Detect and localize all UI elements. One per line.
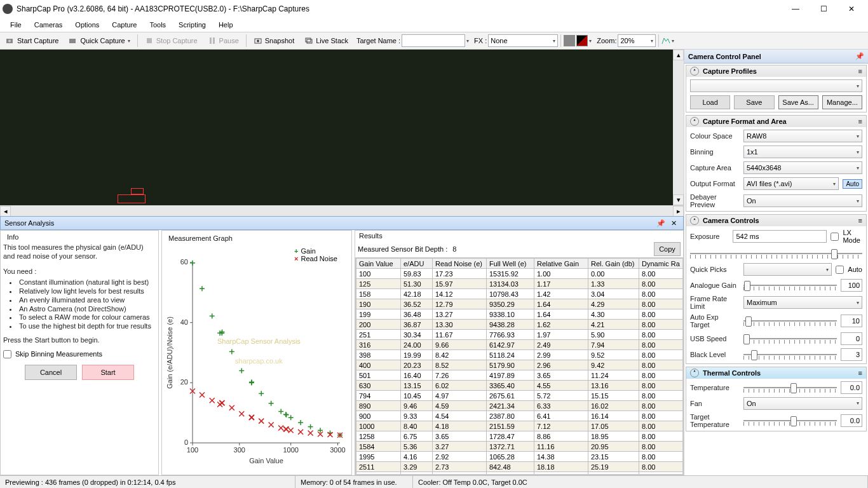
menu-options[interactable]: Options [69, 20, 105, 30]
column-header[interactable]: e/ADU [401, 259, 433, 269]
menu-tools[interactable]: Tools [143, 20, 172, 30]
exposure-slider[interactable] [690, 247, 862, 260]
preview-area[interactable]: ▴ ▾ [0, 50, 684, 205]
column-header[interactable]: Read Noise (e) [433, 259, 487, 269]
scroll-left-icon[interactable]: ◂ [0, 206, 11, 217]
table-row[interactable]: 19036.5212.799350.291.644.298.00 [356, 299, 684, 309]
results-table[interactable]: Gain Valuee/ADURead Noise (e)Full Well (… [356, 258, 683, 475]
table-row[interactable]: 31622.602.57665.8823.0027.238.00 [356, 472, 684, 475]
section-header[interactable]: ˄ Thermal Controls ≡ [686, 367, 866, 379]
table-row[interactable]: 25130.3411.677766.931.975.908.00 [356, 330, 684, 340]
capture-area-select[interactable]: 5440x3648▾ [743, 161, 862, 174]
column-header[interactable]: Rel. Gain (db) [588, 259, 639, 269]
checkbox[interactable] [831, 233, 839, 241]
quick-picks-select[interactable]: ▾ [743, 263, 832, 276]
table-row[interactable]: 63013.156.023365.404.5513.168.00 [356, 381, 684, 391]
menu-help[interactable]: Help [212, 20, 240, 30]
scroll-track[interactable] [11, 206, 673, 217]
menu-cameras[interactable]: Cameras [28, 20, 69, 30]
pause-button[interactable]: Pause [203, 34, 243, 47]
live-stack-button[interactable]: Live Stack [300, 34, 353, 47]
menu-scripting[interactable]: Scripting [172, 20, 212, 30]
chevron-down-icon[interactable]: ▾ [589, 38, 592, 44]
table-row[interactable]: 31624.009.666142.972.497.948.00 [356, 340, 684, 350]
reticle-red-button[interactable] [576, 35, 588, 46]
auto-exp-slider[interactable] [743, 315, 837, 327]
table-row[interactable]: 40020.238.525179.902.969.428.00 [356, 360, 684, 370]
table-row[interactable]: 19936.4813.279338.101.644.308.00 [356, 309, 684, 320]
section-header[interactable]: ˄ Capture Format and Area ≡ [686, 116, 866, 127]
close-icon[interactable]: ✕ [668, 218, 679, 228]
chevron-down-icon[interactable]: ▾ [672, 38, 674, 44]
save-button[interactable]: Save [734, 95, 774, 109]
checkbox[interactable] [836, 266, 844, 274]
table-row[interactable]: 39819.998.425118.242.999.528.00 [356, 350, 684, 360]
table-row[interactable]: 19954.162.921065.2814.3823.158.00 [356, 452, 684, 462]
table-row[interactable]: 8909.464.592421.346.3316.028.00 [356, 401, 684, 411]
column-header[interactable]: Full Well (e) [487, 259, 534, 269]
fx-select[interactable]: None▾ [488, 34, 558, 47]
target-temp-slider[interactable] [743, 414, 837, 427]
hamburger-icon[interactable]: ≡ [858, 67, 862, 75]
quick-capture-button[interactable]: Quick Capture▾ [64, 34, 134, 47]
auto-badge[interactable]: Auto [843, 179, 862, 189]
start-button[interactable]: Start [82, 365, 134, 380]
close-button[interactable]: ✕ [837, 0, 865, 18]
hamburger-icon[interactable]: ≡ [858, 118, 862, 125]
fan-select[interactable]: On▾ [743, 397, 862, 410]
target-temp-value[interactable]: 0.0 [841, 414, 862, 427]
manage-button[interactable]: Manage... [822, 95, 862, 109]
temperature-value[interactable]: 0.0 [841, 381, 862, 394]
scroll-track[interactable] [673, 60, 684, 194]
auto-exp-value[interactable]: 10 [841, 315, 862, 327]
black-level-slider[interactable] [743, 348, 837, 361]
table-row[interactable]: 10008.404.182151.597.1217.058.00 [356, 421, 684, 431]
auto-checkbox[interactable]: Auto [836, 266, 862, 274]
menu-file[interactable]: File [4, 20, 28, 30]
chevron-down-icon[interactable]: ▾ [466, 38, 469, 44]
collapse-icon[interactable]: ˄ [690, 216, 699, 225]
lx-mode-checkbox[interactable]: LX Mode [831, 229, 862, 244]
cancel-button[interactable]: Cancel [25, 365, 77, 380]
copy-button[interactable]: Copy [654, 242, 681, 256]
table-row[interactable]: 9009.334.542387.806.4116.148.00 [356, 411, 684, 421]
preview-vscrollbar[interactable]: ▴ ▾ [673, 50, 684, 205]
scroll-down-icon[interactable]: ▾ [673, 194, 684, 205]
section-header[interactable]: ˄ Camera Controls ≡ [686, 215, 866, 226]
minimize-button[interactable]: — [782, 0, 810, 18]
stop-capture-button[interactable]: Stop Capture [140, 34, 202, 47]
collapse-icon[interactable]: ˄ [690, 369, 699, 377]
hamburger-icon[interactable]: ≡ [858, 217, 862, 224]
binning-select[interactable]: 1x1▾ [743, 146, 862, 158]
table-row[interactable]: 15842.1814.1210798.431.423.048.00 [356, 289, 684, 299]
analogue-gain-value[interactable]: 100 [841, 279, 862, 292]
table-row[interactable]: 50116.407.264197.893.6511.248.00 [356, 370, 684, 381]
histogram-icon[interactable] [661, 36, 670, 45]
snapshot-button[interactable]: Snapshot [249, 34, 299, 47]
table-row[interactable]: 25113.292.73842.4818.1825.198.00 [356, 462, 684, 472]
column-header[interactable]: Gain Value [356, 259, 401, 269]
start-capture-button[interactable]: Start Capture [1, 34, 63, 47]
table-row[interactable]: 12586.753.651728.478.8618.958.00 [356, 431, 684, 442]
usb-speed-value[interactable]: 0 [841, 332, 862, 345]
maximize-button[interactable]: ☐ [810, 0, 837, 18]
table-row[interactable]: 20036.8713.309438.281.624.218.00 [356, 320, 684, 330]
frame-rate-select[interactable]: Maximum▾ [743, 296, 862, 309]
reticle-grey-button[interactable] [564, 35, 575, 46]
debayer-select[interactable]: On▾ [743, 194, 862, 207]
colour-space-select[interactable]: RAW8▾ [743, 130, 862, 142]
table-row[interactable]: 10059.8317.2315315.921.000.008.00 [356, 269, 684, 279]
target-name-input[interactable] [402, 34, 465, 47]
section-header[interactable]: ˄ Capture Profiles ≡ [686, 65, 866, 77]
collapse-icon[interactable]: ˄ [690, 117, 699, 126]
zoom-select[interactable]: 20%▾ [618, 34, 656, 47]
checkbox[interactable] [3, 350, 11, 358]
usb-speed-slider[interactable] [743, 332, 837, 345]
temperature-slider[interactable] [743, 381, 837, 394]
table-row[interactable]: 15845.363.271372.7111.1620.958.00 [356, 442, 684, 452]
output-format-select[interactable]: AVI files (*.avi)▾ [743, 177, 839, 190]
collapse-icon[interactable]: ˄ [690, 67, 699, 76]
exposure-input[interactable] [733, 230, 827, 243]
column-header[interactable]: Relative Gain [534, 259, 588, 269]
analogue-gain-slider[interactable] [743, 279, 837, 292]
